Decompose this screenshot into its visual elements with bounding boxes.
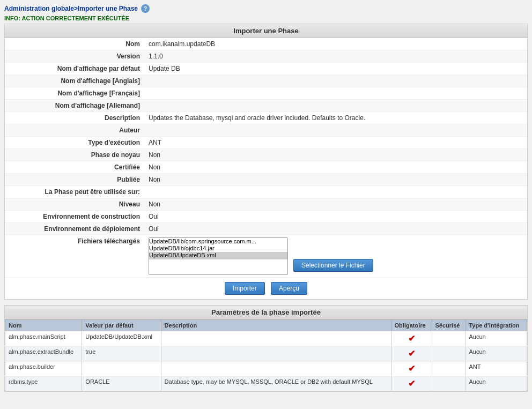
select-file-button[interactable]: Sélectionner le Fichier bbox=[293, 259, 373, 272]
help-icon[interactable]: ? bbox=[141, 4, 150, 13]
import-panel-title: Importer une Phase bbox=[5, 24, 527, 38]
field-display-default: Nom d'affichage par défaut Update DB bbox=[5, 63, 527, 75]
breadcrumb: Administration globale>Importer une Phas… bbox=[4, 2, 528, 14]
field-publiee: Publiée Non bbox=[5, 174, 527, 186]
value-display-en bbox=[144, 75, 527, 87]
label-env-construction: Environnement de construction bbox=[5, 211, 144, 223]
cell-type: Aucun bbox=[466, 331, 527, 346]
value-phase-noyau: Non bbox=[144, 149, 527, 161]
cell-description bbox=[161, 346, 391, 361]
field-phase-noyau: Phase de noyau Non bbox=[5, 149, 527, 161]
value-niveau: Non bbox=[144, 198, 527, 211]
value-auteur bbox=[144, 124, 527, 137]
cell-name: alm.phase.extractBundle bbox=[5, 346, 82, 361]
field-display-en: Nom d'affichage [Anglais] bbox=[5, 75, 527, 87]
label-auteur: Auteur bbox=[5, 124, 144, 137]
field-description: Description Updates the Database, mysql … bbox=[5, 112, 527, 124]
value-description: Updates the Database, mysql and oracle d… bbox=[144, 112, 527, 124]
field-certifiee: Certifiée Non bbox=[5, 161, 527, 174]
file-item-3[interactable]: UpdateDB/UpdateDB.xml bbox=[149, 252, 287, 259]
cell-securise bbox=[432, 346, 466, 361]
action-row: Importer Aperçu bbox=[5, 278, 527, 299]
label-nom: Nom bbox=[5, 38, 144, 50]
label-description: Description bbox=[5, 112, 144, 124]
label-certifiee: Certifiée bbox=[5, 161, 144, 174]
table-row: alm.phase.extractBundletrue✔Aucun bbox=[5, 346, 527, 361]
cell-default: ORACLE bbox=[82, 376, 161, 391]
field-niveau: Niveau Non bbox=[5, 198, 527, 211]
field-display-fr: Nom d'affichage [Français] bbox=[5, 87, 527, 100]
cell-obligatoire: ✔ bbox=[391, 376, 432, 391]
cell-type: Aucun bbox=[466, 376, 527, 391]
table-row: rdbms.typeORACLEDatabase type, may be MY… bbox=[5, 376, 527, 391]
value-usage-header bbox=[144, 186, 527, 198]
cell-name: rdbms.type bbox=[5, 376, 82, 391]
import-panel: Importer une Phase Nom com.ikanalm.updat… bbox=[4, 24, 528, 300]
cell-obligatoire: ✔ bbox=[391, 331, 432, 346]
file-item-2[interactable]: UpdateDB/lib/ojdbc14.jar bbox=[149, 245, 287, 252]
cell-name: alm.phase.builder bbox=[5, 361, 82, 376]
label-version: Version bbox=[5, 50, 144, 63]
value-certifiee: Non bbox=[144, 161, 527, 174]
col-obligatoire: Obligatoire bbox=[391, 320, 432, 331]
value-display-default: Update DB bbox=[144, 63, 527, 75]
label-display-de: Nom d'affichage [Allemand] bbox=[5, 100, 144, 112]
value-env-construction: Oui bbox=[144, 211, 527, 223]
cell-default: UpdateDB/UpdateDB.xml bbox=[82, 331, 161, 346]
col-description: Description bbox=[161, 320, 391, 331]
label-phase-noyau: Phase de noyau bbox=[5, 149, 144, 161]
label-env-deploiement: Environnement de déploiement bbox=[5, 223, 144, 235]
file-row: UpdateDB/lib/com.springsource.com.m... U… bbox=[149, 237, 523, 275]
cell-default: true bbox=[82, 346, 161, 361]
field-usage-header: La Phase peut être utilisée sur: bbox=[5, 186, 527, 198]
value-display-fr bbox=[144, 87, 527, 100]
value-nom: com.ikanalm.updateDB bbox=[144, 38, 527, 50]
label-display-fr: Nom d'affichage [Français] bbox=[5, 87, 144, 100]
field-nom: Nom com.ikanalm.updateDB bbox=[5, 38, 527, 50]
cell-default bbox=[82, 361, 161, 376]
table-row: alm.phase.mainScriptUpdateDB/UpdateDB.xm… bbox=[5, 331, 527, 346]
cell-name: alm.phase.mainScript bbox=[5, 331, 82, 346]
apercu-button[interactable]: Aperçu bbox=[271, 282, 307, 295]
cell-securise bbox=[432, 331, 466, 346]
value-env-deploiement: Oui bbox=[144, 223, 527, 235]
value-publiee: Non bbox=[144, 174, 527, 186]
cell-type: ANT bbox=[466, 361, 527, 376]
import-form-table: Nom com.ikanalm.updateDB Version 1.1.0 N… bbox=[5, 38, 527, 278]
label-type-exec: Type d'exécution bbox=[5, 137, 144, 149]
field-fichiers: Fichiers téléchargés UpdateDB/lib/com.sp… bbox=[5, 235, 527, 278]
col-type: Type d'intégration bbox=[466, 320, 527, 331]
field-display-de: Nom d'affichage [Allemand] bbox=[5, 100, 527, 112]
value-type-exec: ANT bbox=[144, 137, 527, 149]
cell-securise bbox=[432, 361, 466, 376]
label-fichiers: Fichiers téléchargés bbox=[5, 235, 144, 278]
params-table: Nom Valeur par défaut Description Obliga… bbox=[5, 319, 527, 391]
params-header-row: Nom Valeur par défaut Description Obliga… bbox=[5, 320, 527, 331]
value-display-de bbox=[144, 100, 527, 112]
cell-type: Aucun bbox=[466, 346, 527, 361]
col-securise: Sécurisé bbox=[432, 320, 466, 331]
label-display-en: Nom d'affichage [Anglais] bbox=[5, 75, 144, 87]
breadcrumb-text: Administration globale>Importer une Phas… bbox=[4, 5, 138, 12]
params-panel-title: Paramètres de la phase importée bbox=[5, 306, 527, 319]
label-usage-header: La Phase peut être utilisée sur: bbox=[5, 186, 144, 198]
value-fichiers: UpdateDB/lib/com.springsource.com.m... U… bbox=[144, 235, 527, 278]
import-button[interactable]: Importer bbox=[225, 282, 265, 295]
cell-obligatoire: ✔ bbox=[391, 361, 432, 376]
label-display-default: Nom d'affichage par défaut bbox=[5, 63, 144, 75]
field-version: Version 1.1.0 bbox=[5, 50, 527, 63]
field-env-deploiement: Environnement de déploiement Oui bbox=[5, 223, 527, 235]
table-row: alm.phase.builder✔ANT bbox=[5, 361, 527, 376]
params-panel: Paramètres de la phase importée Nom Vale… bbox=[4, 305, 528, 392]
field-auteur: Auteur bbox=[5, 124, 527, 137]
info-banner: INFO: ACTION CORRECTEMENT EXÉCUTÉE bbox=[4, 14, 528, 24]
col-nom: Nom bbox=[5, 320, 82, 331]
cell-securise bbox=[432, 376, 466, 391]
label-niveau: Niveau bbox=[5, 198, 144, 211]
value-version: 1.1.0 bbox=[144, 50, 527, 63]
file-item-1[interactable]: UpdateDB/lib/com.springsource.com.m... bbox=[149, 238, 287, 245]
label-publiee: Publiée bbox=[5, 174, 144, 186]
file-listbox[interactable]: UpdateDB/lib/com.springsource.com.m... U… bbox=[149, 237, 288, 275]
col-valeur: Valeur par défaut bbox=[82, 320, 161, 331]
field-type-exec: Type d'exécution ANT bbox=[5, 137, 527, 149]
